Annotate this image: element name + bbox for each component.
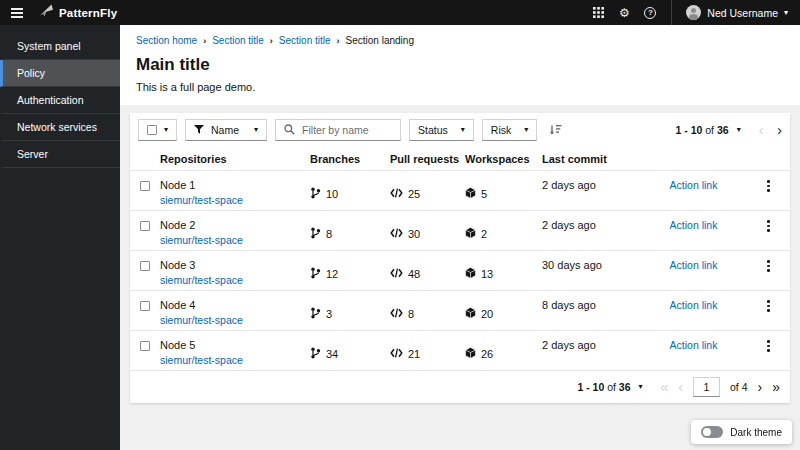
name-filter-dropdown[interactable]: Name ▾ [185,119,267,141]
repository-link[interactable]: siemur/test-space [160,354,243,367]
column-header-pull-requests[interactable]: Pull requests [390,153,465,165]
pagination-of-label: of [705,124,714,136]
sidebar-item-network-services[interactable]: Network services [0,114,120,141]
repository-link[interactable]: siemur/test-space [160,234,243,247]
next-page-icon[interactable]: › [777,123,782,137]
user-name: Ned Username [707,7,778,19]
row-checkbox-cell [130,179,160,210]
angle-right-icon: › [203,36,206,46]
prev-page-icon[interactable]: ‹ [678,380,683,394]
user-menu[interactable]: Ned Username ▾ [671,0,800,25]
table-row: Node 2 siemur/test-space 8 [130,210,790,250]
dark-theme-switch[interactable] [701,426,723,438]
row-checkbox[interactable] [140,341,150,351]
action-link[interactable]: Action link [670,299,718,311]
action-link[interactable]: Action link [670,219,718,231]
action-cell: Action link [640,259,747,290]
kebab-menu-icon[interactable] [761,219,776,250]
search-filter[interactable] [275,119,401,141]
workspaces-cell: 2 [465,219,542,250]
column-header-last-commit[interactable]: Last commit [542,153,640,165]
repository-cell: Node 2 siemur/test-space [160,219,310,250]
kebab-menu-icon[interactable] [761,259,776,290]
bulk-select-dropdown[interactable]: ▾ [138,119,177,141]
repository-name: Node 4 [160,299,310,312]
pagination-menu-toggle-icon[interactable]: ▾ [639,383,643,391]
cube-icon [465,267,476,282]
pull-requests-cell: 21 [390,339,465,370]
kebab-menu-icon[interactable] [761,339,776,370]
repository-cell: Node 3 siemur/test-space [160,259,310,290]
last-commit-cell: 2 days ago [542,219,640,250]
next-page-icon[interactable]: › [758,380,763,394]
kebab-menu-icon[interactable] [761,299,776,330]
page-title: Main title [136,55,784,75]
column-header-branches[interactable]: Branches [310,153,390,165]
repository-link[interactable]: siemur/test-space [160,194,243,207]
search-icon [284,124,295,137]
row-checkbox[interactable] [140,261,150,271]
chevron-down-icon: ▾ [461,126,465,134]
sidebar-item-policy[interactable]: Policy [0,60,120,87]
last-page-icon[interactable]: » [772,380,780,394]
table-row: Node 5 siemur/test-space 34 [130,330,790,370]
breadcrumb-link[interactable]: Section title [279,35,331,46]
dark-theme-label: Dark theme [730,427,782,438]
help-icon[interactable]: ? [637,0,663,25]
row-checkbox[interactable] [140,221,150,231]
code-branch-icon [310,187,321,202]
status-filter-dropdown[interactable]: Status ▾ [409,119,474,141]
settings-gear-icon[interactable]: ⚙ [611,0,637,25]
code-branch-icon [310,347,321,362]
code-branch-icon [310,227,321,242]
row-checkbox-cell [130,339,160,370]
branches-count: 8 [326,228,332,241]
branches-count: 34 [326,348,338,361]
workspaces-cell: 5 [465,179,542,210]
prev-page-icon[interactable]: ‹ [759,123,764,137]
sort-icon[interactable] [545,124,566,136]
sidebar-nav: System panel Policy Authentication Netwo… [0,25,120,450]
action-link[interactable]: Action link [670,259,718,271]
of-pages-label: of 4 [730,381,748,393]
pagination-of-label: of [607,381,616,393]
repository-link[interactable]: siemur/test-space [160,314,243,327]
sidebar-item-authentication[interactable]: Authentication [0,87,120,114]
repository-name: Node 2 [160,219,310,232]
bulk-select-checkbox[interactable] [147,125,157,135]
risk-filter-label: Risk [491,124,511,136]
page-content: Section home › Section title › Section t… [120,25,800,450]
sidebar-item-system-panel[interactable]: System panel [0,33,120,60]
branches-cell: 8 [310,219,390,250]
branches-cell: 3 [310,299,390,330]
pagination-menu-toggle-icon[interactable]: ▾ [737,126,741,134]
first-page-icon[interactable]: « [661,380,669,394]
kebab-menu-icon[interactable] [761,179,776,210]
breadcrumb-link[interactable]: Section home [136,35,197,46]
pagination-top: 1 - 10 of 36 ▾ ‹ › [675,123,782,137]
code-branch-icon [310,267,321,282]
theme-toggle-card: Dark theme [691,420,792,444]
breadcrumb-current: Section landing [346,35,414,46]
risk-filter-dropdown[interactable]: Risk ▾ [482,119,537,141]
action-cell: Action link [640,179,747,210]
column-header-workspaces[interactable]: Workspaces [465,153,542,165]
filter-icon [194,124,204,136]
repository-link[interactable]: siemur/test-space [160,274,243,287]
action-link[interactable]: Action link [670,179,718,191]
pagination-total: 36 [717,124,729,136]
row-checkbox[interactable] [140,181,150,191]
search-input[interactable] [302,124,392,136]
app-launcher-icon[interactable] [585,0,611,25]
action-link[interactable]: Action link [670,339,718,351]
sidebar-item-server[interactable]: Server [0,141,120,168]
breadcrumb-link[interactable]: Section title [212,35,264,46]
nav-toggle-button[interactable] [2,0,32,25]
pagination-range: 1 - 10 [675,124,702,136]
avatar [686,5,701,20]
workspaces-count: 5 [481,188,487,201]
row-checkbox[interactable] [140,301,150,311]
cube-icon [465,227,476,242]
current-page-input[interactable] [693,377,720,397]
column-header-repositories[interactable]: Repositories [160,153,310,165]
